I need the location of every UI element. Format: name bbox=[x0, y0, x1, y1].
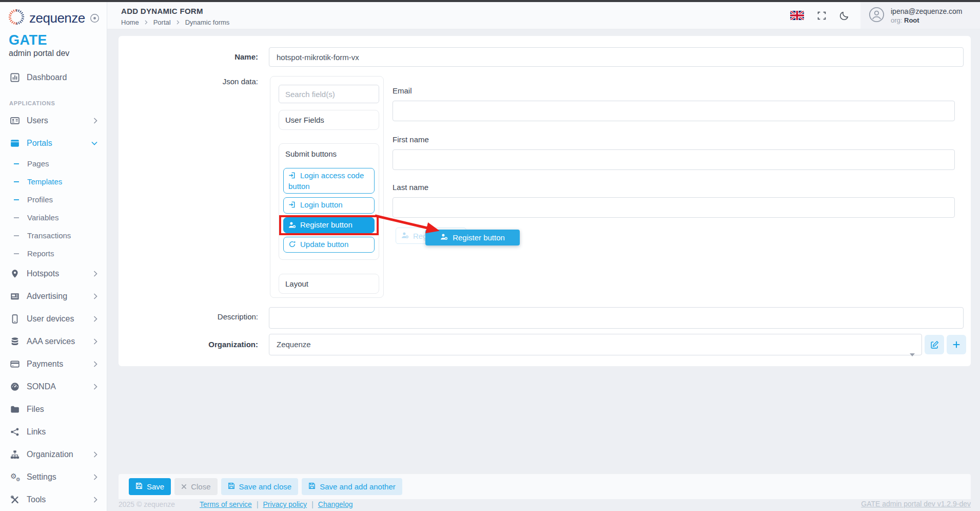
privacy-policy-link[interactable]: Privacy policy bbox=[263, 500, 307, 508]
json-data-label: Json data: bbox=[119, 77, 258, 86]
user-org: org: Root bbox=[891, 16, 963, 24]
language-flag-icon[interactable] bbox=[790, 11, 804, 20]
palette-group-user-fields[interactable]: User Fields bbox=[279, 110, 379, 130]
description-input[interactable] bbox=[269, 307, 964, 329]
sidebar-item-files[interactable]: Files bbox=[0, 398, 107, 421]
organization-selected-value: Zequenze bbox=[277, 340, 311, 349]
terms-of-service-link[interactable]: Terms of service bbox=[200, 500, 252, 508]
window-icon bbox=[10, 139, 20, 148]
palette-button-label: Login button bbox=[300, 200, 343, 209]
sidebar-item-templates[interactable]: Templates bbox=[0, 173, 107, 191]
button-label: Close bbox=[191, 482, 210, 491]
app-version-link[interactable]: GATE admin portal dev v1.2.9-dev bbox=[861, 500, 971, 508]
sidebar-item-users[interactable]: Users bbox=[0, 109, 107, 132]
chevron-right-icon bbox=[93, 497, 97, 503]
organization-add-button[interactable] bbox=[947, 335, 966, 354]
preview-first-name-label: First name bbox=[393, 135, 429, 144]
dash-icon bbox=[14, 235, 19, 236]
organization-label: Organization: bbox=[119, 340, 258, 349]
preview-last-name-input[interactable] bbox=[393, 197, 955, 218]
dark-mode-moon-icon[interactable] bbox=[839, 11, 849, 21]
dragged-register-button[interactable]: Register button bbox=[425, 230, 520, 245]
sitemap-icon bbox=[10, 450, 20, 459]
product-block: GATE admin portal dev bbox=[0, 28, 107, 58]
changelog-link[interactable]: Changelog bbox=[318, 500, 353, 508]
crossed-tools-icon bbox=[10, 495, 20, 504]
user-menu[interactable]: ipena@zequenze.com org: Root bbox=[860, 2, 980, 29]
sidebar-item-settings[interactable]: ⚙⚙ Settings bbox=[0, 466, 107, 488]
preview-first-name-input[interactable] bbox=[393, 149, 955, 170]
user-meta: ipena@zequenze.com org: Root bbox=[891, 7, 963, 24]
database-icon bbox=[10, 337, 20, 346]
chevron-right-icon bbox=[93, 118, 97, 124]
sidebar-item-label: Files bbox=[27, 405, 44, 414]
page-title: ADD DYNAMIC FORM bbox=[121, 7, 203, 15]
palette-group-layout[interactable]: Layout bbox=[279, 274, 379, 294]
avatar-icon bbox=[869, 7, 885, 25]
sidebar-subitem-label: Variables bbox=[27, 213, 58, 222]
chevron-right-icon bbox=[93, 361, 97, 367]
chevron-right-icon bbox=[93, 316, 97, 322]
sidebar-item-tools[interactable]: Tools bbox=[0, 488, 107, 511]
sidebar-item-dashboard[interactable]: Dashboard bbox=[0, 66, 107, 89]
folder-icon bbox=[10, 405, 20, 414]
save-and-add-another-button[interactable]: Save and add another bbox=[302, 478, 402, 495]
sidebar-item-label: Tools bbox=[27, 495, 46, 504]
sidebar-item-user-devices[interactable]: User devices bbox=[0, 308, 107, 330]
sidebar-item-aaa-services[interactable]: AAA services bbox=[0, 330, 107, 353]
close-button[interactable]: Close bbox=[174, 478, 217, 495]
organization-edit-button[interactable] bbox=[925, 335, 944, 354]
chevron-right-icon bbox=[177, 20, 180, 25]
sidebar-item-pages[interactable]: Pages bbox=[0, 155, 107, 173]
palette-button-label: Update button bbox=[300, 240, 348, 249]
sidebar: zequenze GATE admin portal dev Dashboard… bbox=[0, 2, 107, 511]
chevron-right-icon bbox=[93, 451, 97, 458]
sidebar-item-variables[interactable]: Variables bbox=[0, 209, 107, 226]
name-input[interactable] bbox=[269, 47, 964, 67]
sidebar-item-payments[interactable]: Payments bbox=[0, 353, 107, 375]
sidebar-item-profiles[interactable]: Profiles bbox=[0, 191, 107, 209]
sidebar-item-label: SONDA bbox=[27, 382, 56, 391]
preview-email-input[interactable] bbox=[393, 101, 955, 121]
sidebar-subitem-label: Pages bbox=[27, 159, 49, 168]
breadcrumb-portal[interactable]: Portal bbox=[153, 18, 171, 26]
sidebar-item-portals[interactable]: Portals bbox=[0, 132, 107, 155]
sidebar-item-links[interactable]: Links bbox=[0, 421, 107, 443]
sidebar-toggle-icon[interactable] bbox=[90, 13, 100, 23]
description-label: Description: bbox=[119, 312, 258, 321]
footer-links: Terms of service | Privacy policy | Chan… bbox=[200, 500, 353, 508]
group-header[interactable]: Submit buttons bbox=[283, 149, 375, 164]
chevron-right-icon bbox=[93, 474, 97, 480]
organization-select[interactable]: Zequenze bbox=[269, 334, 922, 355]
palette-register-button[interactable]: Register button bbox=[283, 217, 375, 233]
palette-search-input[interactable] bbox=[279, 85, 379, 103]
header-icon-group bbox=[790, 2, 849, 29]
dragged-button-label: Register button bbox=[453, 233, 505, 242]
refresh-icon bbox=[288, 240, 296, 250]
fullscreen-icon[interactable] bbox=[817, 11, 827, 21]
palette-update-button[interactable]: Update button bbox=[283, 237, 375, 253]
sidebar-item-label: Users bbox=[27, 116, 48, 125]
sidebar-item-advertising[interactable]: Advertising bbox=[0, 285, 107, 308]
gauge-icon bbox=[10, 382, 20, 391]
palette-login-button[interactable]: Login button bbox=[283, 197, 375, 213]
credit-card-icon bbox=[10, 359, 20, 369]
button-label: Save and close bbox=[239, 482, 292, 491]
footer: 2025 © zequenze Terms of service | Priva… bbox=[119, 500, 353, 508]
save-button[interactable]: Save bbox=[129, 478, 171, 495]
dash-icon bbox=[14, 253, 19, 254]
sign-in-icon bbox=[288, 172, 296, 181]
sidebar-item-label: Hotspots bbox=[27, 269, 59, 278]
sidebar-item-organization[interactable]: Organization bbox=[0, 443, 107, 466]
sidebar-item-sonda[interactable]: SONDA bbox=[0, 375, 107, 398]
sidebar-item-hotspots[interactable]: Hotspots bbox=[0, 262, 107, 285]
sidebar-item-label: Payments bbox=[27, 359, 63, 369]
sidebar-item-transactions[interactable]: Transactions bbox=[0, 226, 107, 244]
sidebar-item-reports[interactable]: Reports bbox=[0, 244, 107, 262]
breadcrumb-home[interactable]: Home bbox=[121, 18, 139, 26]
palette-login-access-code-button[interactable]: Login access code button bbox=[283, 168, 375, 194]
save-and-close-button[interactable]: Save and close bbox=[221, 478, 299, 495]
breadcrumb: Home Portal Dynamic forms bbox=[121, 18, 229, 26]
button-label: Save and add another bbox=[320, 482, 396, 491]
sidebar-item-label: AAA services bbox=[27, 337, 75, 346]
